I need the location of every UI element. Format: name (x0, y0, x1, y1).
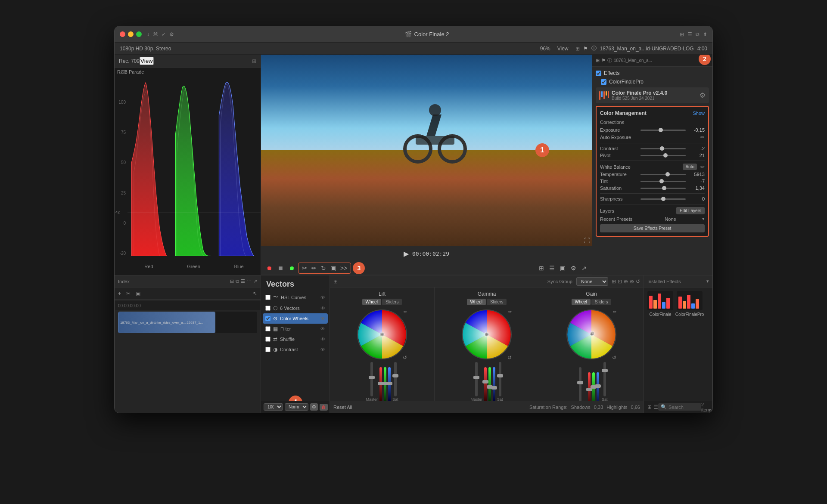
wheels-icon-5[interactable]: ↺ (636, 278, 640, 284)
save-effects-preset-button[interactable]: Save Effects Preset (600, 224, 705, 232)
hsl-eye-icon[interactable]: 👁 (320, 295, 325, 300)
saturation-slider[interactable] (640, 188, 686, 189)
gain-blue-slider[interactable] (597, 372, 599, 401)
cf-settings-button[interactable]: ⚙ (700, 91, 706, 99)
layer-item-hsl[interactable]: 〜 HSL Curves 👁 (263, 291, 328, 303)
close-button[interactable] (120, 31, 125, 37)
effect-thumb-colorfinale-pro[interactable]: ColorFinalePro (677, 291, 703, 317)
wheels-toolbar-icon[interactable]: ⊞ (333, 278, 338, 284)
waveform-export-icon[interactable]: ⊞ (252, 58, 256, 64)
lift-edit-button[interactable]: ✏ (404, 309, 407, 314)
shuffle-eye-icon[interactable]: 👁 (320, 337, 325, 342)
fullscreen-button[interactable]: ⛶ (584, 237, 590, 244)
temperature-slider[interactable] (640, 174, 686, 175)
effects-checkbox[interactable] (596, 71, 601, 76)
list-icon[interactable]: ☰ (687, 31, 692, 37)
minimize-button[interactable] (128, 31, 134, 37)
contrast-layer-checkbox[interactable] (265, 347, 270, 352)
shuffle-checkbox[interactable] (265, 337, 270, 342)
tint-slider[interactable] (640, 181, 686, 182)
pivot-slider[interactable] (640, 155, 686, 156)
sync-group-select[interactable]: None Group 1 (576, 277, 608, 286)
search-box[interactable]: 🔍 (658, 403, 701, 411)
wheels-icon-2[interactable]: ⊡ (618, 278, 622, 284)
lift-color-wheel[interactable] (356, 309, 408, 360)
search-input[interactable] (668, 405, 699, 410)
layer-delete-button[interactable]: 🗑 (320, 404, 328, 411)
gain-sliders-tab[interactable]: Sliders (591, 299, 612, 305)
layer-item-vectors[interactable]: ⬡ 6 Vectors 👁 (263, 303, 328, 313)
layer-more-button[interactable]: ⋮ (330, 403, 330, 411)
gamma-edit-button[interactable]: ✏ (508, 309, 512, 314)
gear-icon[interactable]: ⚙ (169, 31, 174, 37)
contrast-slider[interactable] (640, 148, 686, 149)
split-icon[interactable]: ⧉ (696, 31, 700, 37)
layer-item-shuffle[interactable]: ⇄ Shuffle 👁 (263, 334, 328, 344)
maximize-button[interactable] (136, 31, 142, 37)
lift-wheel-tab[interactable]: Wheel (362, 299, 381, 305)
vectors-checkbox[interactable] (265, 306, 270, 311)
cf-pro-checkbox[interactable] (601, 79, 606, 85)
layer-item-color-wheels[interactable]: ⊙ Color Wheels 👁 (263, 313, 328, 324)
gamma-red-slider[interactable] (484, 367, 487, 401)
opacity-select[interactable]: 100 % 75 % 50 % (264, 403, 283, 411)
settings-button[interactable]: ⚙ (569, 264, 578, 272)
timeline-arrow-icon[interactable]: ↗ (253, 278, 257, 284)
timeline-grid-icon[interactable]: ⊞ (230, 278, 234, 284)
gain-master-slider[interactable]: Master (574, 367, 586, 401)
sharpness-slider[interactable] (640, 198, 686, 200)
gain-sat-slider[interactable]: Sat 1,31 (601, 362, 609, 401)
timeline-cut-button[interactable]: ✂ (124, 290, 132, 297)
back-icon[interactable]: ↓ (147, 31, 149, 37)
blend-mode-select[interactable]: Normal Multiply Screen (285, 403, 308, 411)
timeline-more-icon[interactable]: ⋯ (247, 278, 252, 284)
stop-button[interactable]: ⏹ (276, 264, 285, 272)
cw-checkbox[interactable] (265, 316, 270, 321)
view-button[interactable]: View (557, 46, 569, 52)
lift-sat-slider[interactable]: Sat (392, 362, 398, 401)
lift-sliders-tab[interactable]: Sliders (382, 299, 402, 305)
green-dot[interactable]: ⏺ (287, 264, 296, 272)
lift-master-slider[interactable]: Master (366, 362, 378, 401)
lift-reset-button[interactable]: ↺ (403, 355, 407, 361)
layer-settings-button[interactable]: ⚙ (310, 403, 318, 411)
timeline-split-icon[interactable]: ⧉ (236, 278, 239, 284)
gamma-sat-slider[interactable]: Sat (497, 362, 503, 401)
wheels-icon-1[interactable]: ⊞ (612, 278, 616, 284)
timeline-pointer-button[interactable]: ↖ (251, 290, 259, 297)
wheels-icon-3[interactable]: ⊕ (624, 278, 628, 284)
layer-item-filter[interactable]: ▦ Filter 👁 (263, 324, 328, 334)
gamma-wheel-tab[interactable]: Wheel (467, 299, 486, 305)
gamma-color-wheel[interactable] (461, 309, 513, 360)
timeline-clip[interactable]: 18763_Man_on_a_dirtbike_rides_over_a... … (118, 312, 215, 333)
vectors-eye-icon[interactable]: 👁 (320, 306, 325, 311)
gamma-master-slider[interactable]: Master (470, 362, 482, 401)
filter-checkbox[interactable] (265, 326, 270, 331)
gamma-blue-slider[interactable] (493, 367, 495, 401)
gain-color-wheel[interactable] (566, 309, 617, 360)
cm-show-button[interactable]: Show (693, 111, 705, 116)
list-view-button[interactable]: ☰ (547, 264, 557, 272)
timeline-list-icon[interactable]: ☰ (241, 278, 245, 284)
record-button[interactable]: ⏺ (264, 264, 274, 272)
effect-thumb-colorfinale[interactable]: ColorFinale (647, 291, 673, 317)
lift-blue-slider[interactable] (388, 367, 391, 401)
gamma-reset-button[interactable]: ↺ (507, 355, 512, 361)
grid-view-button[interactable]: ⊞ (537, 264, 546, 272)
gamma-sliders-tab[interactable]: Sliders (487, 299, 507, 305)
waveform-view-button[interactable]: View (140, 57, 154, 65)
wb-pick-icon[interactable]: ✏ (700, 164, 705, 170)
wheels-icon-4[interactable]: ⊗ (630, 278, 634, 284)
timeline-edit-button[interactable]: ▣ (134, 290, 142, 297)
filter-eye-icon[interactable]: 👁 (320, 326, 325, 331)
check-icon[interactable]: ✓ (162, 31, 166, 37)
crop-button[interactable]: ▣ (329, 264, 338, 272)
hsl-checkbox[interactable] (265, 295, 270, 300)
transform-button[interactable]: ↻ (319, 264, 328, 272)
footer-grid-icon[interactable]: ⊞ (647, 404, 652, 410)
share-icon[interactable]: ⬆ (703, 31, 707, 37)
footer-list-icon[interactable]: ☰ (653, 404, 658, 410)
key-icon[interactable]: ⌘ (153, 31, 158, 37)
more-button[interactable]: >> (339, 264, 349, 272)
cw-eye-icon[interactable]: 👁 (320, 316, 325, 321)
